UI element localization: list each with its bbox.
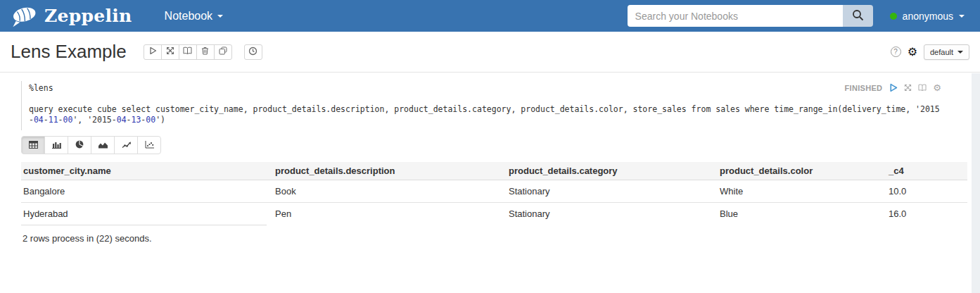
paragraph-status-badge: FINISHED — [845, 84, 883, 92]
search-icon — [852, 9, 864, 23]
table-row: BangaloreBookStationaryWhite10.0 — [21, 180, 967, 203]
user-menu[interactable]: anonymous — [890, 11, 965, 22]
line-chart-button[interactable] — [114, 136, 138, 154]
interpreter-gear-icon[interactable]: ⚙ — [908, 46, 917, 58]
paragraph: FINISHED ⚙ %lens query execute cube sele… — [21, 81, 960, 244]
area-chart-button[interactable] — [91, 136, 115, 154]
result-table: customer_city.nameproduct_details.descri… — [21, 162, 967, 225]
code-line: query execute cube select customer_city_… — [29, 104, 960, 115]
paragraph-controls: FINISHED ⚙ — [845, 83, 941, 92]
column-header[interactable]: product_details.color — [718, 162, 886, 180]
chevron-down-icon — [959, 15, 965, 18]
clock-icon — [248, 46, 257, 58]
result-header-row: customer_city.nameproduct_details.descri… — [21, 162, 967, 180]
search-group — [628, 5, 873, 27]
area-chart-icon — [98, 140, 108, 151]
show-hide-output-button[interactable] — [179, 44, 197, 60]
line-chart-icon — [122, 140, 131, 151]
paragraph-gear-icon[interactable]: ⚙ — [933, 83, 941, 92]
search-button[interactable] — [843, 5, 873, 27]
user-name: anonymous — [903, 11, 953, 22]
bar-chart-button[interactable] — [44, 136, 68, 154]
table-cell: White — [718, 180, 886, 203]
table-cell: Stationary — [507, 180, 718, 203]
code-editor[interactable]: %lens query execute cube select customer… — [21, 81, 960, 130]
column-header[interactable]: _c4 — [886, 162, 967, 180]
note-header-right: ? ⚙ default — [891, 44, 969, 60]
brand-title[interactable]: Zeppelin — [44, 6, 132, 26]
pie-chart-button[interactable] — [68, 136, 91, 154]
scatter-chart-button[interactable] — [137, 136, 161, 154]
table-bottom-rule — [21, 225, 267, 225]
top-navbar: Zeppelin Notebook anonymous — [0, 0, 980, 32]
table-cell: Stationary — [507, 203, 718, 225]
scheduler-button[interactable] — [244, 44, 262, 60]
clone-note-button[interactable] — [214, 44, 232, 60]
pie-chart-icon — [75, 140, 84, 151]
code-line: -04-11-00', '2015-04-13-00') — [29, 115, 960, 125]
table-cell: Pen — [273, 203, 507, 225]
table-cell: Bangalore — [21, 180, 273, 203]
help-icon[interactable]: ? — [891, 46, 901, 57]
book-icon — [183, 46, 192, 57]
clone-icon — [219, 46, 227, 57]
search-input[interactable] — [628, 5, 843, 27]
notebook-menu-label: Notebook — [165, 10, 213, 23]
bar-chart-icon — [52, 140, 61, 151]
user-status-icon — [890, 13, 897, 20]
note-toolbar — [144, 44, 232, 60]
table-cell: Book — [273, 180, 507, 203]
arrows-expand-icon — [166, 46, 174, 57]
interpreter-directive: %lens — [29, 83, 960, 94]
run-paragraph-button[interactable] — [889, 83, 898, 92]
chevron-down-icon — [957, 51, 963, 54]
chevron-down-icon — [217, 15, 223, 18]
column-header[interactable]: product_details.category — [507, 162, 718, 180]
table-cell: 16.0 — [886, 203, 967, 225]
result-body: BangaloreBookStationaryWhite10.0Hyderaba… — [21, 180, 967, 225]
scatter-chart-icon — [145, 140, 154, 151]
note-title[interactable]: Lens Example — [11, 41, 127, 63]
table-cell: Blue — [718, 203, 886, 225]
page-scrollbar[interactable] — [972, 73, 980, 293]
paragraph-expand-button[interactable] — [904, 84, 912, 92]
display-type-toolbar — [21, 136, 960, 154]
clear-output-button[interactable] — [196, 44, 215, 60]
interpreter-binding-label: default — [930, 48, 953, 56]
result-footer: 2 rows process in (22) seconds. — [21, 233, 960, 244]
table-cell: Hyderabad — [21, 203, 273, 225]
play-icon — [148, 46, 157, 57]
table-cell: 10.0 — [886, 180, 967, 203]
run-all-button[interactable] — [144, 44, 162, 60]
zeppelin-logo-icon[interactable] — [10, 5, 38, 27]
table-display-button[interactable] — [21, 136, 45, 154]
trash-icon — [201, 46, 209, 57]
result-area: customer_city.nameproduct_details.descri… — [21, 162, 960, 244]
interpreter-binding-button[interactable]: default — [924, 44, 969, 60]
column-header[interactable]: customer_city.name — [21, 162, 273, 180]
show-hide-code-button[interactable] — [161, 44, 179, 60]
paragraph-output-button[interactable] — [918, 84, 927, 92]
notebook-menu[interactable]: Notebook — [165, 10, 224, 23]
note-header: Lens Example — [0, 32, 980, 73]
table-row: HyderabadPenStationaryBlue16.0 — [21, 203, 967, 225]
column-header[interactable]: product_details.description — [273, 162, 507, 180]
table-icon — [29, 140, 38, 151]
